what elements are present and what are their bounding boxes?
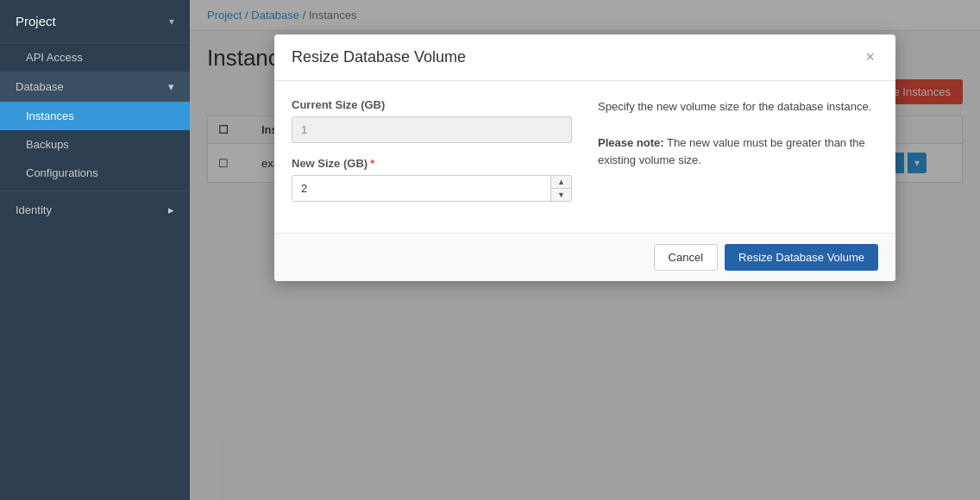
spinner-down-button[interactable]: ▼ bbox=[551, 188, 571, 201]
new-size-group: New Size (GB)* ▲ ▼ bbox=[292, 157, 572, 202]
spinner-up-button[interactable]: ▲ bbox=[551, 176, 571, 188]
modal-form: Current Size (GB) New Size (GB)* ▲ ▼ bbox=[292, 98, 572, 216]
sidebar-item-instances-label: Instances bbox=[26, 109, 74, 122]
sidebar-item-database-label: Database bbox=[16, 80, 64, 93]
sidebar-divider bbox=[0, 191, 190, 191]
current-size-group: Current Size (GB) bbox=[292, 98, 572, 143]
modal-body: Current Size (GB) New Size (GB)* ▲ ▼ bbox=[274, 81, 895, 233]
sidebar-project[interactable]: Project ▾ bbox=[0, 0, 190, 43]
modal-note: Please note: The new value must be great… bbox=[598, 134, 878, 171]
sidebar-item-database-arrow: ▾ bbox=[168, 80, 174, 93]
sidebar-item-configurations-label: Configurations bbox=[26, 166, 98, 179]
sidebar-item-identity-arrow: ▸ bbox=[168, 203, 174, 216]
new-size-input-wrap: ▲ ▼ bbox=[292, 175, 572, 202]
modal-description: Specify the new volume size for the data… bbox=[598, 98, 878, 216]
spinner-buttons: ▲ ▼ bbox=[551, 175, 572, 202]
new-size-input[interactable] bbox=[292, 175, 551, 202]
resize-volume-modal: Resize Database Volume × Current Size (G… bbox=[274, 34, 895, 281]
sidebar-item-backups-label: Backups bbox=[26, 138, 69, 151]
modal-footer: Cancel Resize Database Volume bbox=[274, 233, 895, 281]
modal-overlay: Resize Database Volume × Current Size (G… bbox=[190, 0, 980, 500]
sidebar-item-identity-label: Identity bbox=[16, 203, 52, 216]
submit-button[interactable]: Resize Database Volume bbox=[725, 244, 878, 271]
modal-description-text: Specify the new volume size for the data… bbox=[598, 98, 878, 116]
modal-title: Resize Database Volume bbox=[292, 48, 466, 66]
current-size-input bbox=[292, 116, 572, 143]
sidebar-item-api-access-label: API Access bbox=[26, 51, 83, 64]
sidebar-item-configurations[interactable]: Configurations bbox=[0, 159, 190, 187]
current-size-label: Current Size (GB) bbox=[292, 98, 572, 111]
sidebar-project-arrow: ▾ bbox=[169, 16, 174, 28]
sidebar-item-identity[interactable]: Identity ▸ bbox=[0, 195, 190, 225]
sidebar: Project ▾ API Access Database ▾ Instance… bbox=[0, 0, 190, 500]
new-size-label: New Size (GB)* bbox=[292, 157, 572, 170]
required-star: * bbox=[370, 157, 374, 170]
sidebar-item-instances[interactable]: Instances bbox=[0, 102, 190, 130]
main-content: Project / Database / Instances Instances… bbox=[190, 0, 980, 500]
note-label: Please note: bbox=[598, 136, 664, 149]
modal-close-button[interactable]: × bbox=[862, 48, 878, 66]
cancel-button[interactable]: Cancel bbox=[654, 244, 718, 271]
sidebar-item-api-access[interactable]: API Access bbox=[0, 43, 190, 72]
modal-header: Resize Database Volume × bbox=[274, 34, 895, 81]
sidebar-item-database[interactable]: Database ▾ bbox=[0, 72, 190, 102]
sidebar-project-label: Project bbox=[16, 14, 56, 28]
sidebar-item-backups[interactable]: Backups bbox=[0, 130, 190, 159]
